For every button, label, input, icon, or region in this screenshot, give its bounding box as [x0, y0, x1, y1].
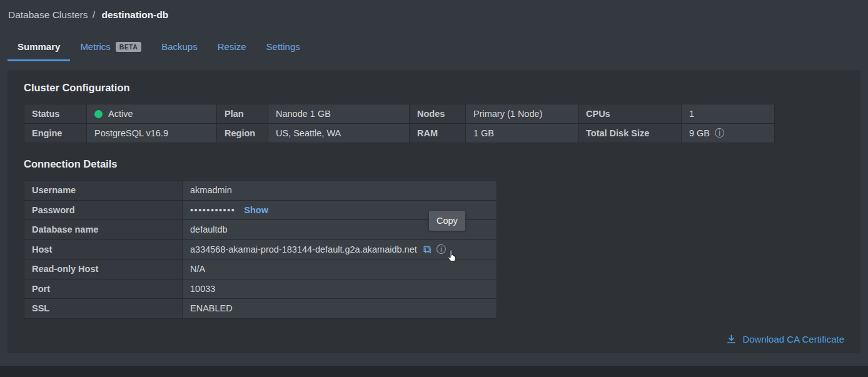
footer-bar — [0, 366, 868, 377]
breadcrumb-database-clusters[interactable]: Database Clusters — [8, 9, 88, 20]
config-label-status: Status — [24, 104, 87, 124]
tab-summary[interactable]: Summary — [8, 34, 70, 61]
ssl-value: ENABLED — [183, 299, 497, 319]
tab-backups-label: Backups — [161, 41, 198, 52]
host-info-icon[interactable]: ⓘ — [437, 244, 447, 254]
connection-row-port: Port 10033 — [24, 279, 497, 299]
config-value-plan: Nanode 1 GB — [268, 104, 410, 124]
port-label: Port — [24, 279, 183, 299]
ssl-text: ENABLED — [190, 303, 233, 313]
cluster-configuration-title: Cluster Configuration — [24, 81, 844, 94]
plan-text: Nanode 1 GB — [276, 109, 331, 119]
config-value-ram: 1 GB — [466, 124, 578, 143]
download-ca-certificate-label: Download CA Certificate — [742, 334, 844, 344]
read-only-host-value: N/A — [183, 259, 497, 279]
tab-resize-label: Resize — [218, 41, 246, 52]
connection-row-password: Password ••••••••••• Show — [24, 201, 497, 221]
breadcrumb-separator: / — [93, 9, 95, 20]
config-label-region: Region — [217, 124, 268, 143]
engine-text: PostgreSQL v16.9 — [94, 128, 168, 138]
tab-summary-label: Summary — [18, 41, 60, 52]
disk-size-text: 9 GB — [689, 128, 710, 138]
disk-size-info-icon[interactable]: ⓘ — [715, 128, 725, 138]
config-value-total-disk-size: 9 GB ⓘ — [682, 124, 775, 143]
breadcrumb-current-cluster: destination-db — [101, 9, 168, 20]
ram-text: 1 GB — [473, 128, 494, 138]
region-text: US, Seattle, WA — [276, 128, 341, 138]
database-name-text: defaultdb — [190, 224, 228, 234]
copy-host-icon[interactable]: ⧉ — [423, 244, 431, 255]
tab-settings-label: Settings — [266, 41, 300, 52]
host-text: a334568-akamai-prod-183144-default.g2a.a… — [190, 244, 417, 254]
port-text: 10033 — [190, 284, 215, 294]
show-password-button[interactable]: Show — [244, 205, 268, 215]
nodes-text: Primary (1 Node) — [473, 109, 542, 119]
config-value-status: Active — [87, 104, 217, 124]
username-label: Username — [24, 181, 183, 201]
cpus-text: 1 — [689, 109, 694, 119]
config-label-engine: Engine — [24, 124, 87, 143]
breadcrumb: Database Clusters / destination-db — [8, 9, 168, 21]
connection-row-database-name: Database name defaultdb — [24, 220, 497, 240]
connection-details-title: Connection Details — [24, 158, 844, 171]
tab-metrics[interactable]: Metrics BETA — [70, 34, 151, 61]
host-value: a334568-akamai-prod-183144-default.g2a.a… — [183, 240, 497, 260]
config-label-plan: Plan — [217, 104, 268, 124]
ssl-label: SSL — [24, 299, 183, 319]
status-active-icon — [94, 110, 103, 118]
connection-row-username: Username akmadmin — [24, 181, 497, 201]
port-value: 10033 — [183, 279, 497, 299]
read-only-host-label: Read-only Host — [24, 259, 183, 279]
password-label: Password — [24, 201, 183, 221]
connection-row-host: Host a334568-akamai-prod-183144-default.… — [24, 240, 497, 260]
download-ca-certificate-link[interactable]: Download CA Certificate — [726, 334, 844, 344]
tab-settings[interactable]: Settings — [256, 34, 310, 61]
host-label: Host — [24, 240, 183, 260]
cluster-configuration-table: Status Active Plan Nanode 1 GB Nodes Pri… — [24, 104, 775, 143]
config-value-cpus: 1 — [682, 104, 775, 124]
password-masked-text: ••••••••••• — [190, 205, 235, 215]
connection-details-table: Username akmadmin Password ••••••••••• S… — [24, 180, 497, 319]
tab-backups[interactable]: Backups — [151, 34, 208, 61]
config-label-nodes: Nodes — [410, 104, 466, 124]
tab-metrics-label: Metrics — [80, 41, 110, 52]
copy-tooltip: Copy — [429, 211, 465, 231]
config-value-region: US, Seattle, WA — [268, 124, 410, 143]
beta-badge: BETA — [116, 42, 141, 52]
config-label-cpus: CPUs — [578, 104, 682, 124]
connection-row-read-only-host: Read-only Host N/A — [24, 259, 497, 279]
database-cluster-detail-page: Database Clusters / destination-db Summa… — [0, 0, 868, 377]
database-name-label: Database name — [24, 220, 183, 240]
config-label-total-disk-size: Total Disk Size — [578, 124, 682, 143]
username-text: akmadmin — [190, 185, 232, 195]
download-icon — [726, 334, 737, 344]
config-value-engine: PostgreSQL v16.9 — [87, 124, 217, 143]
config-value-nodes: Primary (1 Node) — [466, 104, 578, 124]
connection-row-ssl: SSL ENABLED — [24, 299, 497, 319]
username-value: akmadmin — [183, 181, 497, 201]
tab-bar: Summary Metrics BETA Backups Resize Sett… — [8, 34, 310, 61]
config-label-ram: RAM — [410, 124, 466, 143]
tab-resize[interactable]: Resize — [208, 34, 256, 61]
read-only-host-text: N/A — [190, 264, 205, 274]
status-text: Active — [108, 109, 133, 119]
